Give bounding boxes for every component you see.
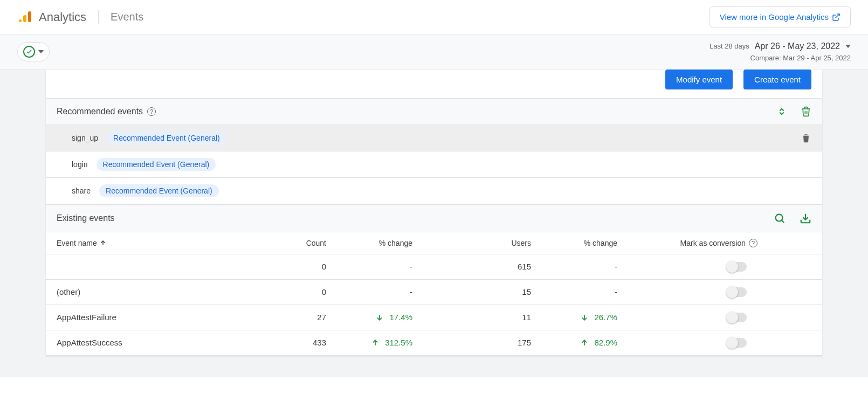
search-icon[interactable] [774, 212, 786, 224]
existing-events-title-row: Existing events [57, 213, 115, 223]
table-row[interactable]: (other) 0 - 15 - [46, 280, 822, 305]
create-event-button[interactable]: Create event [743, 70, 811, 89]
existing-section-actions [774, 212, 811, 224]
cell-change2: - [531, 287, 617, 296]
svg-rect-1 [23, 15, 26, 22]
sort-asc-icon [99, 239, 107, 247]
trend-down-icon [375, 313, 384, 322]
toolbar: Last 28 days Apr 26 - May 23, 2022 Compa… [0, 34, 868, 70]
existing-events-header: Existing events [46, 204, 822, 232]
cell-users: 175 [412, 338, 531, 347]
sort-icon[interactable] [777, 107, 787, 116]
cell-conversion [617, 262, 811, 272]
recommended-row-left: login Recommended Event (General) [72, 158, 216, 171]
table-row[interactable]: AppAttestFailure 27 17.4% 11 26.7% [46, 305, 822, 330]
col-header-users[interactable]: Users [412, 239, 531, 247]
recommended-event-row[interactable]: sign_up Recommended Event (General) [46, 125, 822, 151]
brand-text: Analytics [39, 10, 86, 24]
svg-line-3 [836, 14, 839, 18]
col-header-event-name[interactable]: Event name [57, 239, 261, 247]
cell-change: - [326, 287, 412, 296]
date-range-picker[interactable]: Last 28 days Apr 26 - May 23, 2022 [709, 40, 851, 53]
cell-event-name: AppAttestFailure [57, 313, 261, 322]
chevron-down-icon [38, 50, 44, 53]
recommended-events-title: Recommended events [57, 107, 143, 116]
compare-text: Compare: Mar 29 - Apr 25, 2022 [709, 53, 851, 64]
col-header-conversion-label: Mark as conversion [680, 239, 746, 247]
recommended-event-name: share [72, 186, 91, 195]
view-more-label: View more in Google Analytics [720, 12, 829, 22]
download-icon[interactable] [800, 212, 811, 224]
svg-line-5 [782, 220, 784, 223]
date-range: Apr 26 - May 23, 2022 [755, 40, 840, 53]
change2-value: 82.9% [594, 338, 617, 347]
table-row[interactable]: AppAttestSuccess 433 312.5% 175 82.9% [46, 330, 822, 356]
table-header-row: Event name Count % change Users % change… [46, 232, 822, 254]
filter-pill[interactable] [17, 42, 50, 61]
cell-users: 615 [412, 262, 531, 271]
date-block: Last 28 days Apr 26 - May 23, 2022 Compa… [709, 40, 851, 64]
svg-point-4 [776, 214, 783, 221]
recommended-row-left: sign_up Recommended Event (General) [72, 132, 226, 144]
content-wrap: Modify event Create event Recommended ev… [0, 70, 868, 377]
trend-up-icon [580, 338, 589, 347]
recommended-event-row[interactable]: login Recommended Event (General) [46, 151, 822, 178]
events-card: Modify event Create event Recommended ev… [46, 70, 822, 356]
recommended-event-row[interactable]: share Recommended Event (General) [46, 178, 822, 204]
cell-users: 15 [412, 287, 531, 296]
analytics-logo-icon [17, 10, 32, 25]
section-title: Events [111, 11, 143, 23]
recommended-event-name: login [72, 160, 88, 169]
cell-users: 11 [412, 313, 531, 322]
svg-rect-2 [28, 11, 31, 22]
svg-rect-0 [19, 19, 22, 22]
cell-conversion [617, 313, 811, 322]
change-value: 312.5% [385, 338, 412, 347]
check-circle-icon [23, 46, 35, 58]
cell-change: - [326, 262, 412, 271]
col-header-count[interactable]: Count [261, 239, 326, 247]
brand-block: Analytics Events [17, 10, 143, 25]
col-header-change2[interactable]: % change [531, 239, 617, 247]
cell-count: 27 [261, 313, 326, 322]
cell-count: 0 [261, 287, 326, 296]
cell-change: 312.5% [326, 338, 412, 347]
modify-event-button[interactable]: Modify event [665, 70, 733, 89]
change2-value: 26.7% [594, 313, 617, 322]
cell-change2: 82.9% [531, 338, 617, 347]
vertical-divider [98, 10, 99, 24]
date-label: Last 28 days [709, 41, 749, 52]
conversion-toggle[interactable] [727, 287, 747, 297]
view-more-button[interactable]: View more in Google Analytics [709, 6, 851, 27]
recommended-chip: Recommended Event (General) [107, 132, 226, 144]
conversion-toggle[interactable] [727, 313, 747, 322]
action-buttons-row: Modify event Create event [46, 70, 822, 98]
recommended-event-name: sign_up [72, 134, 98, 142]
help-icon[interactable]: ? [749, 239, 757, 247]
cell-change: 17.4% [326, 313, 412, 322]
col-header-conversion: Mark as conversion ? [617, 239, 811, 247]
recommended-chip: Recommended Event (General) [99, 184, 219, 197]
cell-count: 433 [261, 338, 326, 347]
change-value: 17.4% [389, 313, 412, 322]
cell-event-name: AppAttestSuccess [57, 338, 261, 347]
recommended-events-title-row: Recommended events ? [57, 107, 156, 116]
trend-up-icon [371, 338, 380, 347]
chevron-down-icon [845, 45, 851, 48]
col-header-change[interactable]: % change [326, 239, 412, 247]
recommended-events-header: Recommended events ? [46, 98, 822, 125]
existing-events-title: Existing events [57, 213, 115, 223]
cell-change2: 26.7% [531, 313, 617, 322]
conversion-toggle[interactable] [727, 262, 747, 272]
delete-row-icon[interactable] [801, 133, 811, 143]
top-header: Analytics Events View more in Google Ana… [0, 0, 868, 34]
recommended-section-actions [777, 106, 811, 117]
col-header-name-label: Event name [57, 239, 97, 247]
conversion-toggle[interactable] [727, 338, 747, 348]
table-row[interactable]: 0 - 615 - [46, 254, 822, 280]
delete-all-icon[interactable] [801, 106, 811, 117]
help-icon[interactable]: ? [147, 107, 156, 116]
cell-change2: - [531, 262, 617, 271]
recommended-chip: Recommended Event (General) [97, 158, 216, 171]
recommended-row-left: share Recommended Event (General) [72, 184, 219, 197]
